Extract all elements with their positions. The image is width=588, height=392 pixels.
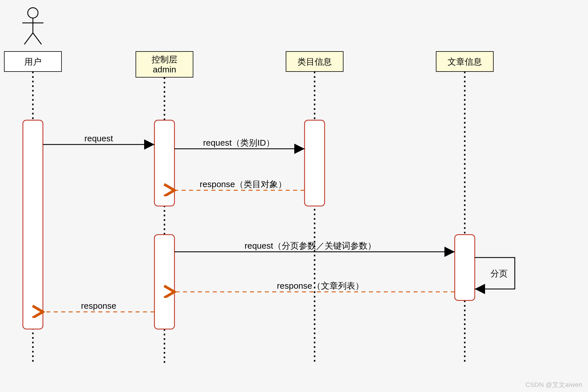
participant-article: 文章信息 bbox=[436, 52, 493, 72]
participant-category-label: 类目信息 bbox=[297, 57, 332, 66]
actor-icon bbox=[22, 8, 43, 44]
msg-request-1-label: request bbox=[84, 134, 113, 143]
msg-response-3-label: response（类目对象） bbox=[200, 179, 286, 189]
msg-self-pagination: 分页 bbox=[475, 258, 515, 289]
activation-category bbox=[305, 120, 325, 206]
participant-user-label: 用户 bbox=[24, 57, 41, 66]
svg-line-3 bbox=[24, 33, 33, 44]
participant-article-label: 文章信息 bbox=[448, 57, 482, 66]
msg-request-2-label: request（类别ID） bbox=[203, 138, 275, 147]
watermark: CSDN @艾文aiwen bbox=[525, 381, 582, 389]
svg-point-0 bbox=[28, 8, 38, 18]
activation-user bbox=[23, 120, 43, 329]
participant-admin-label2: admin bbox=[153, 65, 176, 74]
msg-request-4-label: request（分页参数／关键词参数） bbox=[245, 241, 376, 250]
participant-category: 类目信息 bbox=[286, 52, 343, 72]
msg-self-pagination-label: 分页 bbox=[490, 269, 508, 278]
msg-response-6-label: response bbox=[81, 301, 116, 310]
sequence-diagram: 用户 控制层 admin 类目信息 文章信息 request request（类… bbox=[0, 0, 588, 392]
participant-admin-label1: 控制层 bbox=[152, 55, 177, 64]
svg-line-4 bbox=[33, 33, 41, 44]
activation-admin-2 bbox=[154, 235, 174, 329]
msg-response-5-label: response（文章列表） bbox=[277, 281, 363, 290]
participant-user: 用户 bbox=[4, 52, 61, 72]
activation-article bbox=[455, 235, 475, 300]
activation-admin-1 bbox=[154, 120, 174, 206]
participant-admin: 控制层 admin bbox=[136, 52, 193, 77]
